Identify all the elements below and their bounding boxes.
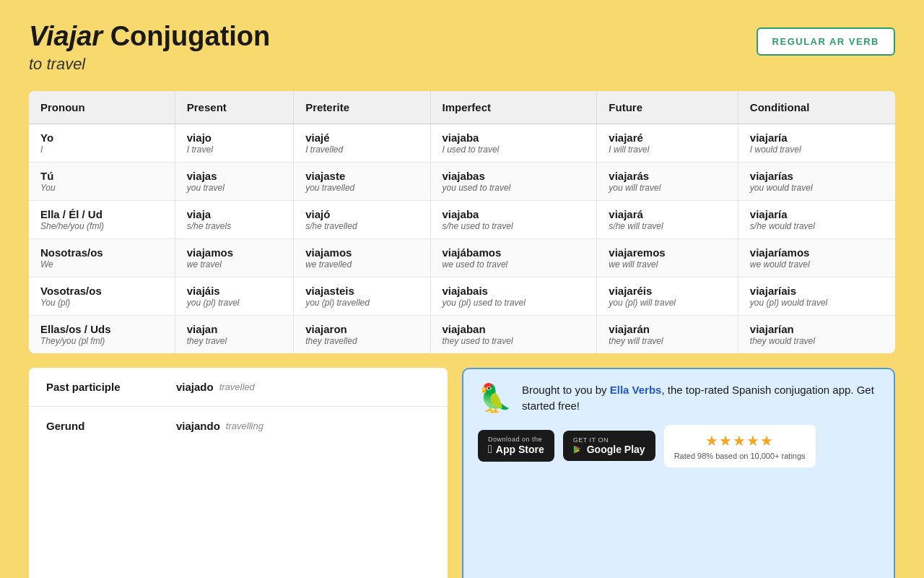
table-row: YoIviajoI travelviajéI travelledviajabaI… xyxy=(29,124,895,162)
table-cell: viajaríamoswe would travel xyxy=(738,238,895,277)
cell-sub: s/he travelled xyxy=(305,221,418,231)
cell-main: viajábamos xyxy=(443,246,585,259)
table-cell: viajabaisyou (pl) used to travel xyxy=(430,277,597,315)
cell-main: Ellas/os / Uds xyxy=(40,323,163,335)
table-cell: Ella / Él / UdShe/he/you (fml) xyxy=(29,200,175,238)
cell-sub: they will travel xyxy=(609,336,726,346)
table-cell: viajoI travel xyxy=(175,124,293,162)
cell-sub: we travelled xyxy=(305,259,418,269)
cell-main: viajaste xyxy=(305,170,418,182)
table-cell: viajaránthey will travel xyxy=(597,315,738,353)
google-play-icon xyxy=(573,444,583,454)
table-header-row: Pronoun Present Preterite Imperfect Futu… xyxy=(29,91,895,124)
cell-main: viajaríais xyxy=(750,285,884,297)
cell-main: Yo xyxy=(40,131,163,144)
verb-translation: to travel xyxy=(29,55,270,74)
app-store-button[interactable]: Download on the  App Store xyxy=(478,430,554,462)
cell-sub: We xyxy=(40,259,163,269)
google-play-line2: Google Play xyxy=(573,444,645,455)
cell-main: Ella / Él / Ud xyxy=(40,208,163,220)
cell-sub: you (pl) used to travel xyxy=(443,298,585,308)
cell-main: viajarían xyxy=(750,323,884,335)
col-header-conditional: Conditional xyxy=(738,91,895,124)
table-cell: viajasyou travel xyxy=(175,162,293,200)
promo-text: Brought to you by Ella Verbs, the top-ra… xyxy=(522,382,879,415)
cell-main: viajáis xyxy=(187,285,282,297)
table-cell: viajabanthey used to travel xyxy=(430,315,597,353)
rating-box: ★★★★★ Rated 98% based on 10,000+ ratings xyxy=(664,425,816,467)
table-cell: Vosotras/osYou (pl) xyxy=(29,277,175,315)
cell-sub: we will travel xyxy=(609,259,726,269)
page-title: Viajar Conjugation xyxy=(29,22,270,52)
cell-sub: You (pl) xyxy=(40,298,163,308)
cell-sub: we would travel xyxy=(750,259,884,269)
gerund-translation: travelling xyxy=(226,420,263,431)
table-cell: viajarías/he would travel xyxy=(738,200,895,238)
verb-name: Viajar xyxy=(29,21,103,51)
table-row: Ellas/os / UdsThey/you (pl fml)viajanthe… xyxy=(29,315,895,353)
cell-main: viajabais xyxy=(443,285,585,297)
cell-sub: you used to travel xyxy=(443,183,585,193)
table-cell: viajábamoswe used to travel xyxy=(430,238,597,277)
table-cell: viajáisyou (pl) travel xyxy=(175,277,293,315)
table-cell: viajaréI will travel xyxy=(597,124,738,162)
table-cell: viajasteyou travelled xyxy=(294,162,430,200)
cell-sub: they travel xyxy=(187,336,282,346)
cell-main: viajamos xyxy=(187,246,282,259)
conjugation-table: Pronoun Present Preterite Imperfect Futu… xyxy=(29,91,895,353)
cell-sub: you travelled xyxy=(305,183,418,193)
cell-sub: they would travel xyxy=(750,336,884,346)
cell-main: viajarán xyxy=(609,323,726,335)
cell-main: viajarías xyxy=(750,170,884,182)
cell-main: viajaban xyxy=(443,323,585,335)
table-cell: TúYou xyxy=(29,162,175,200)
cell-main: viajaremos xyxy=(609,246,726,259)
bottom-section: Past participle viajado travelled Gerund… xyxy=(29,368,895,578)
cell-main: viajaron xyxy=(305,323,418,335)
table-row: TúYouviajasyou travelviajasteyou travell… xyxy=(29,162,895,200)
cell-main: viajó xyxy=(305,208,418,220)
table-cell: viajaríaisyou (pl) would travel xyxy=(738,277,895,315)
promo-box: 🦜 Brought to you by Ella Verbs, the top-… xyxy=(462,368,895,578)
table-cell: viajaremoswe will travel xyxy=(597,238,738,277)
cell-sub: you (pl) will travel xyxy=(609,298,726,308)
cell-sub: you will travel xyxy=(609,183,726,193)
cell-main: Nosotras/os xyxy=(40,246,163,259)
cell-main: viajaría xyxy=(750,208,884,220)
table-cell: viajaronthey travelled xyxy=(294,315,430,353)
cell-main: Tú xyxy=(40,170,163,182)
app-store-line1: Download on the xyxy=(488,436,542,443)
page-header: Viajar Conjugation to travel REGULAR AR … xyxy=(29,22,895,74)
cell-main: viajaba xyxy=(443,131,585,144)
past-participle-label: Past participle xyxy=(46,381,176,393)
cell-sub: I would travel xyxy=(750,144,884,155)
cell-sub: you travel xyxy=(187,183,282,193)
rating-stars: ★★★★★ xyxy=(705,432,774,449)
cell-main: viajé xyxy=(305,131,418,144)
table-cell: Nosotras/osWe xyxy=(29,238,175,277)
google-play-button[interactable]: GET IT ON Google Play xyxy=(563,431,655,461)
ella-verbs-promo-link[interactable]: Ella Verbs xyxy=(610,384,662,396)
promo-icon: 🦜 xyxy=(478,382,512,414)
cell-sub: you (pl) would travel xyxy=(750,298,884,308)
rating-text: Rated 98% based on 10,000+ ratings xyxy=(674,452,806,460)
table-cell: YoI xyxy=(29,124,175,162)
cell-sub: s/he will travel xyxy=(609,221,726,231)
table-cell: viajamoswe travelled xyxy=(294,238,430,277)
table-cell: viajaríanthey would travel xyxy=(738,315,895,353)
table-cell: viajaríaI would travel xyxy=(738,124,895,162)
cell-main: Vosotras/os xyxy=(40,285,163,297)
cell-sub: I xyxy=(40,144,163,155)
promo-bottom: Download on the  App Store GET IT ON Go… xyxy=(478,425,879,467)
table-cell: viajabasyou used to travel xyxy=(430,162,597,200)
cell-sub: s/he used to travel xyxy=(443,221,585,231)
gerund-label: Gerund xyxy=(46,420,176,432)
cell-main: viaja xyxy=(187,208,282,220)
table-cell: viajéI travelled xyxy=(294,124,430,162)
col-header-preterite: Preterite xyxy=(294,91,430,124)
cell-sub: s/he would travel xyxy=(750,221,884,231)
cell-main: viajarás xyxy=(609,170,726,182)
table-row: Ella / Él / UdShe/he/you (fml)viajas/he … xyxy=(29,200,895,238)
title-block: Viajar Conjugation to travel xyxy=(29,22,270,74)
cell-sub: They/you (pl fml) xyxy=(40,336,163,346)
